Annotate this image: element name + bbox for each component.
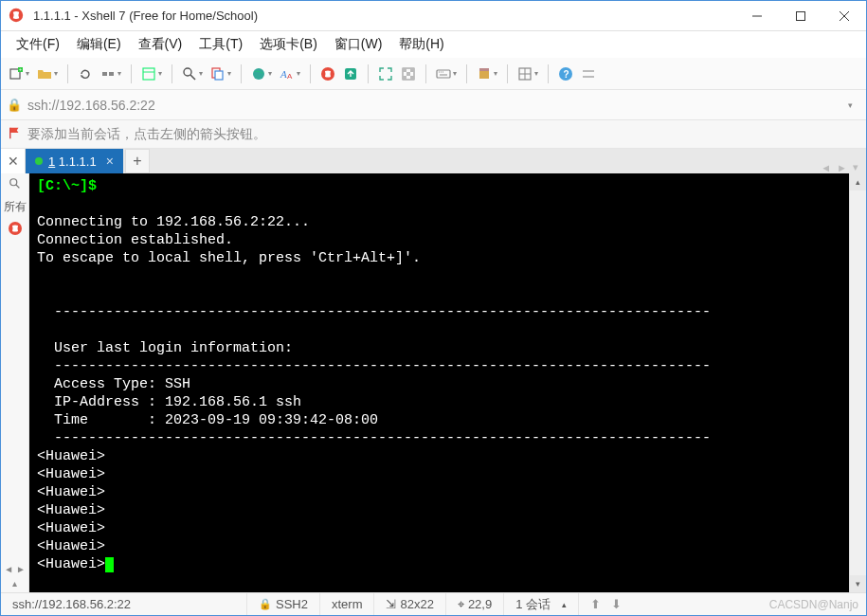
app-icon bbox=[9, 8, 26, 25]
add-tab-button[interactable]: + bbox=[125, 149, 150, 173]
reconnect-button[interactable] bbox=[76, 63, 95, 85]
separator bbox=[425, 64, 426, 83]
terminal-current-prompt: <Huawei> bbox=[37, 556, 105, 572]
xshell-icon-button[interactable] bbox=[318, 63, 337, 85]
scroll-track[interactable] bbox=[850, 190, 866, 575]
session-tab[interactable]: 1 1.1.1.1 × bbox=[26, 149, 123, 173]
menu-file[interactable]: 文件(F) bbox=[9, 32, 67, 57]
svg-rect-15 bbox=[215, 71, 223, 80]
resize-icon: ⇲ bbox=[386, 597, 396, 611]
tab-close-button[interactable]: × bbox=[106, 154, 114, 169]
maximize-button[interactable] bbox=[779, 1, 822, 31]
xftp-icon-button[interactable] bbox=[341, 63, 360, 85]
terminal-line: Connection established. bbox=[37, 232, 233, 248]
layout-button[interactable]: ▾ bbox=[515, 63, 540, 85]
infobar: 要添加当前会话，点击左侧的箭头按钮。 bbox=[1, 120, 866, 149]
scroll-up-icon[interactable]: ▴ bbox=[850, 173, 866, 190]
tab-prev-button[interactable]: ◄ bbox=[821, 162, 831, 173]
svg-rect-8 bbox=[102, 72, 107, 76]
status-connection: ssh://192.168.56.2:22 bbox=[1, 593, 247, 615]
xshell-gutter-icon[interactable] bbox=[8, 221, 23, 239]
address-dropdown-icon[interactable]: ▾ bbox=[840, 100, 860, 110]
fullscreen-button[interactable] bbox=[376, 63, 395, 85]
lock-icon: 🔒 bbox=[7, 98, 22, 112]
svg-rect-23 bbox=[410, 68, 414, 72]
addressbar[interactable]: 🔒 ssh://192.168.56.2:22 ▾ bbox=[1, 90, 866, 120]
svg-line-13 bbox=[190, 75, 195, 80]
titlebar: 1.1.1.1 - Xshell 7 (Free for Home/School… bbox=[1, 1, 866, 31]
separator bbox=[466, 64, 467, 83]
svg-rect-27 bbox=[437, 70, 450, 78]
status-pos: ⌖22,9 bbox=[446, 593, 504, 615]
terminal-prompt: [C:\~]$ bbox=[37, 178, 97, 194]
help-button[interactable]: ? bbox=[556, 63, 575, 85]
collapse-left-icon[interactable]: ◄ ► bbox=[4, 564, 26, 574]
menu-view[interactable]: 查看(V) bbox=[131, 32, 190, 57]
script-button[interactable]: ▾ bbox=[475, 63, 499, 85]
tab-number: 1 bbox=[48, 154, 55, 169]
separator bbox=[548, 64, 549, 83]
terminal-line: <Huawei> bbox=[37, 502, 105, 518]
scroll-down-icon[interactable]: ▾ bbox=[850, 575, 866, 592]
svg-point-12 bbox=[184, 68, 191, 76]
connection-status-icon bbox=[35, 157, 43, 165]
terminal-line: Access Type: SSH bbox=[37, 376, 190, 392]
globe-button[interactable]: ▾ bbox=[249, 63, 274, 85]
menu-tools[interactable]: 工具(T) bbox=[191, 32, 250, 57]
svg-rect-39 bbox=[583, 70, 594, 72]
gutter-label: 所有 bbox=[4, 199, 27, 215]
svg-text:A: A bbox=[280, 68, 287, 80]
toolbar: +▾ ▾ ▾ ▾ ▾ ▾ ▾ AA▾ ▾ ▾ ▾ ? bbox=[1, 58, 866, 90]
terminal-line: User last login information: bbox=[37, 340, 293, 356]
properties-button[interactable]: ▾ bbox=[139, 63, 164, 85]
svg-point-16 bbox=[253, 68, 264, 80]
transparency-button[interactable] bbox=[399, 63, 418, 85]
menu-tab[interactable]: 选项卡(B) bbox=[252, 32, 325, 57]
close-button[interactable] bbox=[822, 1, 866, 31]
menu-help[interactable]: 帮助(H) bbox=[391, 32, 451, 57]
tab-menu-button[interactable]: ▾ bbox=[853, 161, 858, 173]
status-termtype: xterm bbox=[320, 593, 375, 615]
separator bbox=[368, 64, 369, 83]
svg-rect-32 bbox=[479, 70, 489, 79]
svg-rect-40 bbox=[583, 76, 594, 78]
terminal-line: IP-Address : 192.168.56.1 ssh bbox=[37, 394, 301, 410]
status-size: ⇲82x22 bbox=[374, 593, 445, 615]
search-icon[interactable] bbox=[9, 177, 22, 193]
menu-edit[interactable]: 编辑(E) bbox=[69, 32, 129, 57]
cursor-pos-icon: ⌖ bbox=[458, 597, 464, 612]
terminal-line: ----------------------------------------… bbox=[37, 304, 711, 320]
collapse-up-icon[interactable]: ▴ bbox=[12, 578, 17, 589]
disconnect-button[interactable]: ▾ bbox=[99, 63, 123, 85]
minimize-button[interactable] bbox=[735, 1, 779, 31]
left-gutter: 所有 bbox=[1, 173, 29, 535]
search-button[interactable]: ▾ bbox=[180, 63, 205, 85]
svg-text:+: + bbox=[19, 66, 22, 72]
svg-rect-25 bbox=[403, 76, 406, 80]
window-title: 1.1.1.1 - Xshell 7 (Free for Home/School… bbox=[33, 9, 735, 23]
panel-collapse: ◄ ► ▴ bbox=[1, 535, 29, 592]
new-session-button[interactable]: +▾ bbox=[7, 63, 31, 85]
copy-button[interactable]: ▾ bbox=[208, 63, 233, 85]
status-updown: ⬆ ⬇ bbox=[579, 593, 634, 615]
font-button[interactable]: AA▾ bbox=[278, 63, 302, 85]
terminal-line: Connecting to 192.168.56.2:22... bbox=[37, 214, 310, 230]
separator bbox=[172, 64, 172, 83]
terminal-line: Time : 2023-09-19 09:39:42-08:00 bbox=[37, 412, 378, 428]
terminal-line: <Huawei> bbox=[37, 538, 105, 554]
status-sessions[interactable]: 1 会话 ▴ bbox=[504, 593, 578, 615]
more-button[interactable] bbox=[579, 63, 598, 85]
open-session-button[interactable]: ▾ bbox=[35, 63, 60, 85]
svg-rect-26 bbox=[410, 76, 414, 80]
infobar-message: 要添加当前会话，点击左侧的箭头按钮。 bbox=[27, 126, 266, 143]
terminal-scrollbar[interactable]: ▴ ▾ bbox=[849, 173, 866, 592]
menu-window[interactable]: 窗口(W) bbox=[327, 32, 390, 57]
keyboard-button[interactable]: ▾ bbox=[434, 63, 459, 85]
svg-text:?: ? bbox=[564, 69, 569, 80]
tab-next-button[interactable]: ► bbox=[837, 162, 847, 173]
close-all-tabs-button[interactable]: ✕ bbox=[1, 149, 26, 173]
terminal-line: <Huawei> bbox=[37, 448, 105, 464]
separator bbox=[241, 64, 242, 83]
terminal[interactable]: [C:\~]$ Connecting to 192.168.56.2:22...… bbox=[29, 173, 849, 592]
svg-text:A: A bbox=[287, 72, 293, 81]
